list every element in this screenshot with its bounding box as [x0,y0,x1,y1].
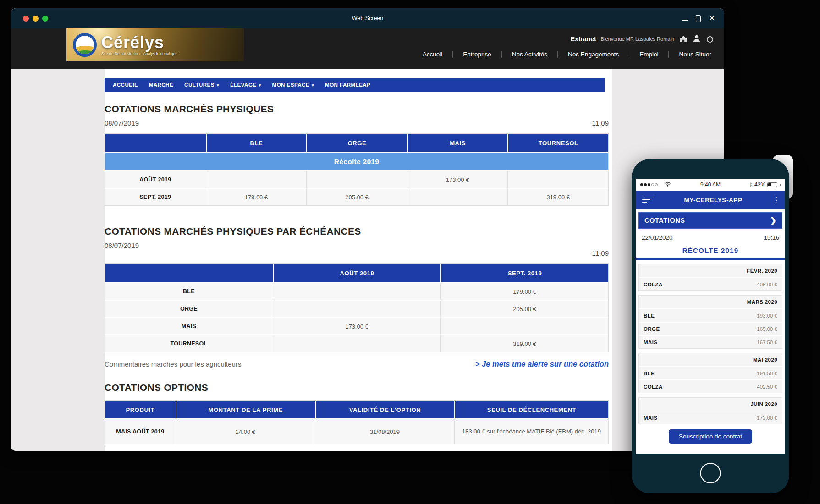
home-icon[interactable] [679,34,688,43]
subnav-cultures[interactable]: CULTURES▾ [179,82,225,88]
cell-value: 319.00 € [440,335,608,352]
list-item[interactable]: COLZA 405.00 € [639,277,782,290]
phone-home-button[interactable] [700,463,721,483]
menu-icon[interactable] [642,197,654,203]
row-label: AOÛT 2019 [105,171,206,188]
product-label: COLZA [644,384,663,389]
header-account-area: Extranet Bienvenue MR Laspales Romain [571,34,714,43]
physiques-date: 08/07/2019 [105,119,139,127]
header-cell-sept: SEPT. 2019 [440,264,608,282]
physiques-date-row: 08/07/2019 11:09 [105,119,609,127]
subnav-accueil[interactable]: ACCUEIL [107,82,143,88]
cell-value [206,171,307,188]
close-icon[interactable]: ✕ [709,15,715,22]
table-row: SEPT. 2019 179.00 € 205.00 € 319.00 € [105,188,608,205]
product-value: 167.50 € [757,340,777,345]
list-item[interactable]: COLZA 402.50 € [639,379,782,393]
cell-value [407,189,508,205]
physiques-table-header: BLE ORGE MAIS TOURNESOL [105,134,608,152]
battery-nub [780,184,781,186]
chevron-down-icon: ▾ [312,83,314,88]
cell-value: 179.00 € [440,283,608,300]
phone-screen: 9:40 AM ᛒ 42% MY-CERELYS-APP ⋮ COTATIONS… [636,179,785,454]
cotations-label: COTATIONS [644,217,770,224]
list-item[interactable]: BLE 193.00 € [639,308,782,322]
browser-window: Web Screen ✕ Cérélys Site de Démonstrati… [11,8,724,451]
user-icon[interactable] [692,34,701,43]
product-label: MAIS [644,340,657,345]
nav-emploi[interactable]: Emploi [629,51,669,58]
cell-value: 173.00 € [407,171,508,188]
phone-sections: FÉVR. 2020 COLZA 405.00 € MARS 2020 BLE … [636,260,785,424]
wifi-icon [664,181,671,188]
header-cell-validite: VALIDITÉ DE L'OPTION [315,401,454,418]
chevron-down-icon: ▾ [217,83,219,88]
echeances-table-header: AOÛT 2019 SEPT. 2019 [105,264,608,282]
cell-value: 205.00 € [306,189,407,205]
status-time: 9:40 AM [691,181,730,188]
maximize-icon[interactable] [696,15,701,22]
header-cell-produit: PRODUIT [105,401,176,418]
options-table-header: PRODUIT MONTANT DE LA PRIME VALIDITÉ DE … [105,401,608,418]
physiques-table: BLE ORGE MAIS TOURNESOL Récolte 2019 AOÛ… [105,133,609,206]
product-label: BLE [644,313,655,318]
nav-nous-situer[interactable]: Nous Situer [669,51,721,58]
product-value: 193.00 € [757,313,777,318]
month-card: MARS 2020 BLE 193.00 € ORGE 165.00 € MAI… [638,295,782,349]
nav-nos-engagements[interactable]: Nos Engagements [558,51,629,58]
cell-value: 183.00 € sur l'échéance MATIF Blé (EBM) … [454,419,608,444]
echeances-date: 08/07/2019 [105,241,139,249]
nav-accueil[interactable]: Accueil [413,51,453,58]
list-item[interactable]: MAIS 167.50 € [639,335,782,348]
row-label: MAIS [105,318,273,334]
comments-row: Commentaires marchés pour les agriculteu… [105,360,609,368]
power-icon[interactable] [705,34,714,43]
subnav-elevage[interactable]: ÉLEVAGE▾ [225,82,267,88]
content-column: ACCUEIL MARCHÉ CULTURES▾ ÉLEVAGE▾ MON ES… [105,69,612,451]
bluetooth-icon: ᛒ [749,182,753,188]
subnav-marche[interactable]: MARCHÉ [143,82,179,88]
cell-value [273,301,440,317]
options-title: COTATIONS OPTIONS [105,382,612,393]
kebab-menu-icon[interactable]: ⋮ [772,195,779,205]
minimize-icon[interactable] [682,20,688,21]
chevron-right-icon: ❯ [770,216,776,225]
phone-time: 15:16 [764,234,779,241]
status-left [640,181,691,188]
window-titlebar: Web Screen ✕ [11,8,724,28]
battery-percent: 42% [754,181,765,188]
app-title: MY-CERELYS-APP [654,197,772,203]
cell-value: 173.00 € [273,318,440,334]
cotations-header-button[interactable]: COTATIONS ❯ [638,212,782,229]
header-cell-aout: AOÛT 2019 [273,264,440,282]
month-card: FÉVR. 2020 COLZA 405.00 € [638,264,782,291]
cerelys-logo-icon [73,33,97,57]
main-nav: Accueil Entreprise Nos Activités Nos Eng… [413,51,721,58]
nav-entreprise[interactable]: Entreprise [453,51,502,58]
physiques-title: COTATIONS MARCHÉS PHYSIQUES [105,104,612,115]
nav-nos-activites[interactable]: Nos Activités [502,51,558,58]
product-label: ORGE [644,326,660,332]
header-cell-tournesol: TOURNESOL [507,134,608,152]
header-cell-empty [105,134,206,152]
product-value: 172.00 € [757,415,777,421]
row-label: MAIS AOÛT 2019 [105,419,176,444]
product-value: 191.50 € [757,371,777,376]
subnav-mon-espace[interactable]: MON ESPACE▾ [267,82,320,88]
list-item[interactable]: MAIS 172.00 € [639,411,782,424]
header-cell-prime: MONTANT DE LA PRIME [176,401,315,418]
alert-cotation-link[interactable]: > Je mets une alerte sur une cotation [475,360,609,368]
month-card: MAI 2020 BLE 191.50 € COLZA 402.50 € [638,353,782,393]
souscription-button[interactable]: Souscription de contrat [669,429,752,444]
list-item[interactable]: BLE 191.50 € [639,366,782,379]
cell-value: 319.00 € [507,189,608,205]
logo-banner[interactable]: Cérélys Site de Démonstration - Analys I… [66,28,244,61]
cell-value: 14.00 € [176,419,315,444]
signal-icon [640,183,658,186]
chevron-down-icon: ▾ [259,83,261,88]
list-item[interactable]: ORGE 165.00 € [639,322,782,335]
table-row: ORGE 205.00 € [105,300,608,317]
subnav-mon-farmleap[interactable]: MON FARMLEAP [319,82,376,88]
brand-name: Cérélys [101,34,177,51]
month-header: JUIN 2020 [639,398,782,411]
